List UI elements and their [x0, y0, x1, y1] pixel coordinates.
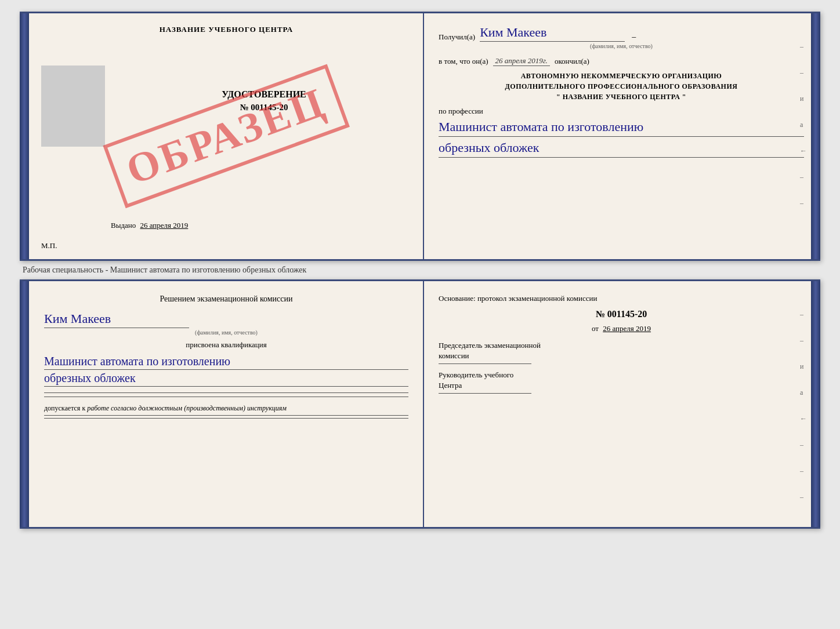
bottom-spine-left — [20, 281, 29, 527]
allows-italic-text: работе согласно должностным (производств… — [87, 404, 287, 412]
protocol-date-prefix: от — [592, 324, 599, 333]
watermark-obrazets: ОБРАЗЕЦ — [103, 64, 349, 209]
cert-school-title: НАЗВАНИЕ УЧЕБНОГО ЦЕНТРА — [160, 25, 294, 34]
bottom-line3 — [44, 418, 408, 419]
mark-arrow: ← — [800, 147, 807, 155]
bmark-i: и — [800, 362, 807, 371]
osnov-row: Основание: протокол экзаменационной коми… — [439, 293, 804, 304]
bottom-name-block: Ким Макеев (фамилия, имя, отчество) — [44, 311, 408, 336]
bmark-5: – — [800, 493, 807, 501]
bottom-spine-right — [811, 281, 820, 527]
received-label: Получил(а) — [439, 32, 475, 42]
mark-4: – — [800, 199, 807, 208]
top-certificate: НАЗВАНИЕ УЧЕБНОГО ЦЕНТРА УДОСТОВЕРЕНИЕ №… — [20, 12, 820, 261]
chairman-block: Председатель экзаменационной комиссии — [439, 340, 804, 364]
recipient-name: Ким Макеев — [480, 25, 625, 42]
bottom-right-marks: – – и а ← – – – — [800, 310, 807, 501]
fio-sublabel: (фамилия, имя, отчество) — [439, 43, 804, 49]
director-block: Руководитель учебного Центра — [439, 370, 804, 394]
bmark-2: – — [800, 336, 807, 345]
cert-number: № 001145-20 — [222, 103, 306, 112]
kvali-value2: обрезных обложек — [44, 370, 408, 387]
cert-photo-placeholder — [41, 66, 105, 147]
bottom-right-page: Основание: протокол экзаменационной коми… — [424, 281, 819, 527]
bmark-a: а — [800, 388, 807, 397]
org-name: " НАЗВАНИЕ УЧЕБНОГО ЦЕНТРА " — [439, 92, 804, 102]
allows-label: допускается к — [44, 404, 85, 412]
cert-udostoverenie-label: УДОСТОВЕРЕНИЕ — [222, 89, 306, 100]
bottom-fio-label: (фамилия, имя, отчество) — [44, 329, 408, 336]
cert-left-page: НАЗВАНИЕ УЧЕБНОГО ЦЕНТРА УДОСТОВЕРЕНИЕ №… — [30, 13, 424, 259]
main-container: НАЗВАНИЕ УЧЕБНОГО ЦЕНТРА УДОСТОВЕРЕНИЕ №… — [20, 12, 820, 529]
chairman-label: Председатель экзаменационной комиссии — [439, 340, 804, 361]
spine-right — [811, 13, 820, 259]
director-label: Руководитель учебного Центра — [439, 370, 804, 391]
allows-block: допускается к работе согласно должностны… — [44, 404, 408, 416]
bottom-name-handwritten: Ким Макеев — [44, 311, 189, 328]
protocol-date: от 26 апреля 2019 — [439, 324, 804, 333]
commission-text: Решением экзаменационной комиссии — [44, 293, 408, 306]
profession-value2: обрезных обложек — [439, 139, 804, 158]
chairman-sig-line — [439, 363, 531, 364]
org-block: АВТОНОМНУЮ НЕКОММЕРЧЕСКУЮ ОРГАНИЗАЦИЮ ДО… — [439, 71, 804, 102]
completion-date: 26 апреля 2019г. — [493, 56, 550, 66]
cert-issued-date: 26 апреля 2019 — [140, 221, 189, 230]
profession-value1: Машинист автомата по изготовлению — [439, 118, 804, 137]
mark-i: и — [800, 94, 807, 103]
profession-block: по профессии Машинист автомата по изгото… — [439, 107, 804, 158]
mark-3: – — [800, 173, 807, 181]
cert-right-page: Получил(а) Ким Макеев – (фамилия, имя, о… — [424, 13, 819, 259]
bottom-left-page: Решением экзаменационной комиссии Ким Ма… — [30, 281, 424, 527]
dash-mark: – — [632, 32, 636, 42]
bottom-certificate: Решением экзаменационной комиссии Ким Ма… — [20, 279, 820, 529]
completed-label: окончил(а) — [555, 57, 589, 66]
recipient-block: Получил(а) Ким Макеев – (фамилия, имя, о… — [439, 25, 804, 49]
cert-issued-label: Выдано — [111, 221, 136, 230]
bmark-4: – — [800, 467, 807, 475]
cert-inner: НАЗВАНИЕ УЧЕБНОГО ЦЕНТРА УДОСТОВЕРЕНИЕ №… — [30, 13, 819, 259]
right-marks: – – и а ← – – — [800, 42, 807, 208]
cert-mp: М.П. — [41, 241, 57, 250]
bottom-cert-inner: Решением экзаменационной комиссии Ким Ма… — [30, 281, 819, 527]
bottom-line2 — [44, 397, 408, 397]
bmark-1: – — [800, 310, 807, 319]
bmark-arrow: ← — [800, 415, 807, 423]
osnov-label: Основание: протокол экзаменационной коми… — [439, 294, 597, 303]
kvali-value1: Машинист автомата по изготовлению — [44, 353, 408, 370]
protocol-date-value: 26 апреля 2019 — [603, 324, 651, 333]
mark-a: а — [800, 121, 807, 129]
bottom-line1 — [44, 392, 408, 393]
spine-left — [20, 13, 29, 259]
completion-row: в том, что он(а) 26 апреля 2019г. окончи… — [439, 56, 804, 66]
director-sig-line — [439, 393, 531, 394]
bmark-3: – — [800, 441, 807, 449]
org-line1: АВТОНОМНУЮ НЕКОММЕРЧЕСКУЮ ОРГАНИЗАЦИЮ — [439, 71, 804, 81]
protocol-number: № 001145-20 — [439, 309, 804, 319]
profession-label: по профессии — [439, 107, 804, 116]
mark-2: – — [800, 68, 807, 77]
in-that-label: в том, что он(а) — [439, 57, 488, 66]
between-specialty-text: Рабочая специальность - Машинист автомат… — [20, 266, 306, 275]
kvali-label: присвоена квалификация — [44, 340, 408, 350]
org-line2: ДОПОЛНИТЕЛЬНОГО ПРОФЕССИОНАЛЬНОГО ОБРАЗО… — [439, 81, 804, 92]
mark-1: – — [800, 42, 807, 51]
